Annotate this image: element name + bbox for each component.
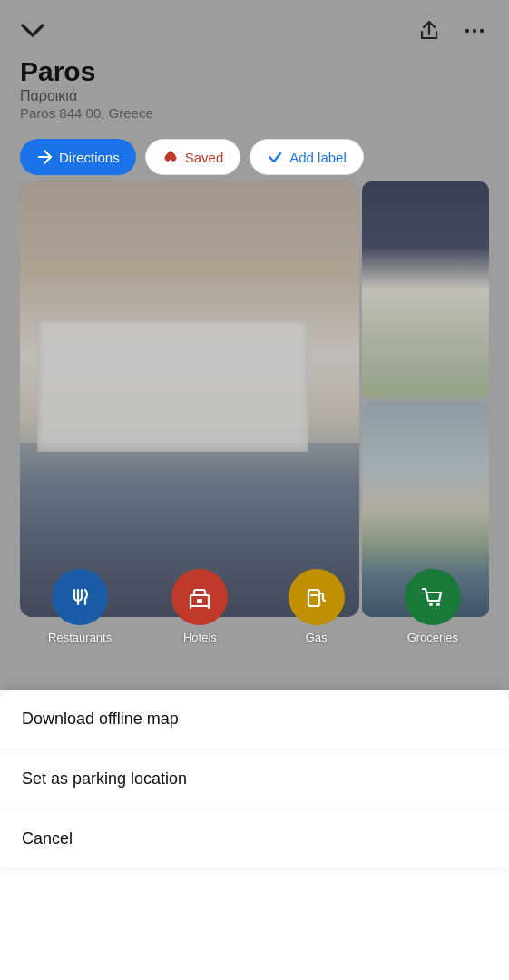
place-name: Paros: [20, 56, 489, 86]
groceries-label: Groceries: [407, 631, 458, 644]
svg-point-0: [465, 29, 469, 33]
share-button[interactable]: [415, 16, 444, 45]
svg-point-10: [429, 603, 433, 606]
add-label-button[interactable]: Add label: [250, 139, 364, 175]
chevron-down-button[interactable]: [20, 23, 45, 39]
action-buttons: Directions Saved Add label: [0, 132, 509, 188]
svg-point-11: [436, 603, 440, 606]
download-offline-item[interactable]: Download offline map: [0, 690, 509, 750]
more-options-button[interactable]: [460, 16, 489, 45]
place-title-section: Paros Παροικιά Paros 844 00, Greece: [0, 54, 509, 132]
top-right-icons: [415, 16, 489, 45]
category-hotels[interactable]: Hotels: [171, 569, 228, 644]
top-bar: [0, 0, 509, 54]
place-address: Paros 844 00, Greece: [20, 105, 489, 121]
directions-button[interactable]: Directions: [20, 139, 136, 175]
hotels-label: Hotels: [183, 631, 217, 644]
svg-rect-8: [308, 590, 319, 606]
category-groceries[interactable]: Groceries: [405, 569, 461, 644]
svg-point-1: [473, 29, 476, 33]
svg-rect-7: [197, 599, 202, 603]
categories-bar: Restaurants Hotels: [0, 569, 509, 644]
restaurants-label: Restaurants: [48, 631, 112, 644]
gas-label: Gas: [306, 631, 328, 644]
place-subtitle: Παροικιά: [20, 88, 489, 104]
saved-button[interactable]: Saved: [145, 139, 241, 175]
cancel-item[interactable]: Cancel: [0, 809, 509, 868]
category-gas[interactable]: Gas: [289, 569, 345, 644]
category-restaurants[interactable]: Restaurants: [48, 569, 112, 644]
set-parking-item[interactable]: Set as parking location: [0, 750, 509, 809]
bottom-sheet: Download offline map Set as parking loca…: [0, 690, 509, 868]
svg-point-2: [480, 29, 484, 33]
map-section: Paros Παροικιά Paros 844 00, Greece Dire…: [0, 0, 509, 690]
